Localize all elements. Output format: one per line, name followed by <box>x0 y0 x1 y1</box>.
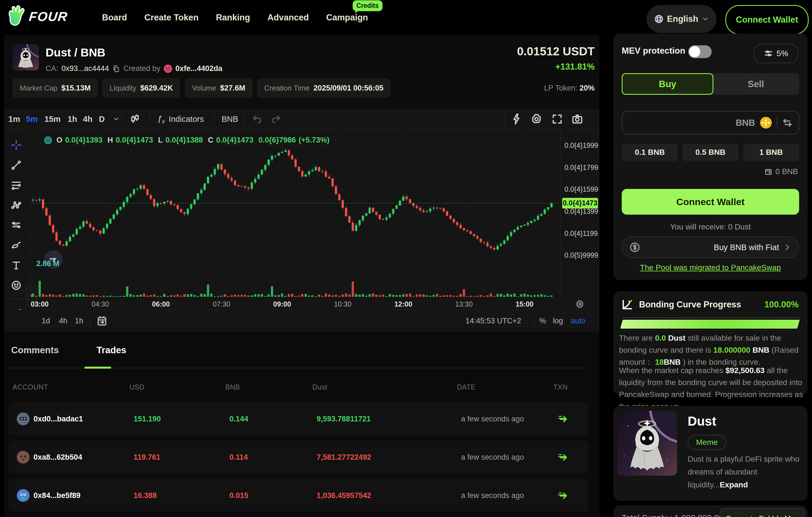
redo-button[interactable] <box>270 109 281 129</box>
lp-value: 20% <box>580 84 594 92</box>
brush-icon[interactable] <box>11 240 22 250</box>
toggle-knob <box>689 46 700 57</box>
trade-row[interactable]: 0x84...be5f8916.3880.0151,036.45957542a … <box>8 479 588 512</box>
trendline-icon[interactable] <box>11 160 22 170</box>
clock-readout[interactable]: 14:45:53 UTC+2 <box>465 310 521 332</box>
trader-avatar[interactable] <box>17 412 30 425</box>
camera-icon[interactable] <box>572 109 583 129</box>
market-status-dot[interactable] <box>44 136 52 144</box>
top-nav: FOUR BoardCreate TokenRankingAdvancedCam… <box>0 0 812 35</box>
swap-icon[interactable] <box>782 117 793 128</box>
tab-comments[interactable]: Comments <box>11 345 59 355</box>
bonding-curve-title: Bonding Curve Progress <box>639 299 741 310</box>
price-axis[interactable]: 0.0{4}19990.0{4}17990.0{4}15990.0{4}1399… <box>560 129 600 298</box>
contract-line: CA: 0x93...ac4444 Created by 0xfe...4402… <box>46 64 223 73</box>
ca-value[interactable]: 0x93...ac4444 <box>61 64 109 73</box>
bonding-progress-track <box>618 317 802 331</box>
creator-address[interactable]: 0xfe...4402da <box>175 64 223 73</box>
interval-1m[interactable]: 1m <box>8 109 20 129</box>
percent-scale-button[interactable]: % <box>539 310 546 332</box>
trader-avatar[interactable] <box>17 451 30 464</box>
indicators-label: Indicators <box>169 115 204 124</box>
tab-trades[interactable]: Trades <box>97 345 126 355</box>
trade-row[interactable]: 0xa8...62b504119.7610.1147,581.27722492a… <box>8 441 588 473</box>
nav-item-ranking[interactable]: Ranking <box>216 12 250 23</box>
txn-arrow-icon[interactable] <box>557 413 570 425</box>
nav-item-board[interactable]: Board <box>102 12 127 23</box>
x-axis-label: 09:00 <box>273 300 291 308</box>
pool-migrated-link[interactable]: The Pool was migrated to PancakeSwap <box>613 263 808 272</box>
buy-tab[interactable]: Buy <box>622 73 713 95</box>
text-tool-icon[interactable] <box>11 260 22 270</box>
axis-settings-gear-icon[interactable] <box>560 298 599 310</box>
interval-5m[interactable]: 5m <box>26 109 38 129</box>
price-chart-canvas[interactable] <box>30 129 560 298</box>
emoji-icon[interactable] <box>11 280 22 291</box>
alert-icon[interactable] <box>511 109 522 129</box>
ohlc-legend: O0.0{4}1393H0.0{4}1473L0.0{4}1388C0.0{4}… <box>44 136 329 144</box>
trader-address[interactable]: 0x84...be5f89 <box>33 491 81 500</box>
token-info-card: Dust Meme Dust is a playful DeFi sprite … <box>613 406 808 501</box>
range-1d-button[interactable]: 1d <box>41 310 50 332</box>
nav-item-create-token[interactable]: Create Token <box>144 12 199 23</box>
log-scale-button[interactable]: log <box>553 310 563 332</box>
language-selector[interactable]: English <box>646 5 717 33</box>
created-by-label: Created by <box>123 64 161 73</box>
y-axis-label: 0.0{4}1399 <box>564 207 598 216</box>
toolbar-separator <box>149 113 150 125</box>
range-4h-button[interactable]: 4h <box>59 310 67 332</box>
ohlc-key: C <box>208 136 213 144</box>
nav-item-advanced[interactable]: Advanced <box>267 12 309 23</box>
connect-wallet-nav-button[interactable]: Connect Wallet <box>725 5 809 35</box>
crosshair-icon[interactable] <box>11 140 22 150</box>
pair-currency-button[interactable]: BNB <box>222 109 238 129</box>
sell-tab[interactable]: Sell <box>713 73 799 95</box>
connect-wallet-main-button[interactable]: Connect Wallet <box>622 189 799 214</box>
logo[interactable]: FOUR <box>5 4 68 29</box>
copy-icon[interactable] <box>112 65 120 73</box>
token-image[interactable] <box>617 411 677 476</box>
calendar-go-icon[interactable] <box>96 310 108 332</box>
quick-amount-1[interactable]: 1 BNB <box>743 144 799 161</box>
fullscreen-icon[interactable] <box>551 109 563 129</box>
token-name: Dust <box>688 413 716 429</box>
candle-style-button[interactable] <box>129 109 141 129</box>
column-header-txn: TXN <box>553 383 568 391</box>
expand-link[interactable]: Expand <box>720 480 748 489</box>
trader-avatar[interactable] <box>17 489 30 502</box>
fib-retracement-icon[interactable] <box>11 180 22 191</box>
trader-address[interactable]: 0xd0...badac1 <box>33 414 83 423</box>
nav-item-campaign[interactable]: CampaignCredits <box>326 12 368 23</box>
interval-D[interactable]: D <box>99 109 105 129</box>
y-axis-label: 0.0{4}1599 <box>564 185 598 193</box>
interval-4h[interactable]: 4h <box>83 109 92 129</box>
time-axis[interactable]: 03:0004:3006:0007:3009:0010:3012:0013:30… <box>30 298 560 310</box>
slippage-settings-button[interactable]: 5% <box>753 44 799 63</box>
currency-selector[interactable]: BNB <box>736 112 793 134</box>
pattern-icon[interactable] <box>11 200 22 211</box>
nav-items: BoardCreate TokenRankingAdvancedCampaign… <box>102 0 368 35</box>
indicators-button[interactable]: ƒx Indicators <box>157 109 204 129</box>
balance-row: 0 BNB <box>764 167 798 176</box>
interval-15m[interactable]: 15m <box>45 109 61 129</box>
range-1h-button[interactable]: 1h <box>75 310 83 332</box>
amount-input[interactable] <box>628 114 735 131</box>
generate-bubble-map-button[interactable]: Generate Bubble Map <box>720 508 805 517</box>
undo-button[interactable] <box>252 109 263 129</box>
buy-with-fiat-button[interactable]: Buy BNB with Fiat <box>622 236 799 258</box>
quick-amount-0.5[interactable]: 0.5 BNB <box>683 144 738 161</box>
channel-icon[interactable] <box>11 220 22 230</box>
txn-arrow-icon[interactable] <box>557 451 570 463</box>
interval-1h[interactable]: 1h <box>68 109 77 129</box>
interval-chevron-down-icon[interactable] <box>113 109 120 129</box>
chart-settings-gear-icon[interactable] <box>531 109 542 129</box>
trade-row[interactable]: 0xd0...badac1151.1900.1449,593.78811721a… <box>8 402 588 435</box>
pair-currency-label: BNB <box>222 115 238 124</box>
auto-scale-button[interactable]: auto <box>571 310 586 332</box>
trader-address[interactable]: 0xa8...62b504 <box>33 453 82 461</box>
quick-amount-0.1[interactable]: 0.1 BNB <box>622 144 678 161</box>
txn-arrow-icon[interactable] <box>557 489 570 501</box>
mev-toggle[interactable] <box>688 45 712 58</box>
y-axis-label: 0.0{4}1799 <box>564 164 598 172</box>
token-avatar[interactable] <box>12 44 39 70</box>
